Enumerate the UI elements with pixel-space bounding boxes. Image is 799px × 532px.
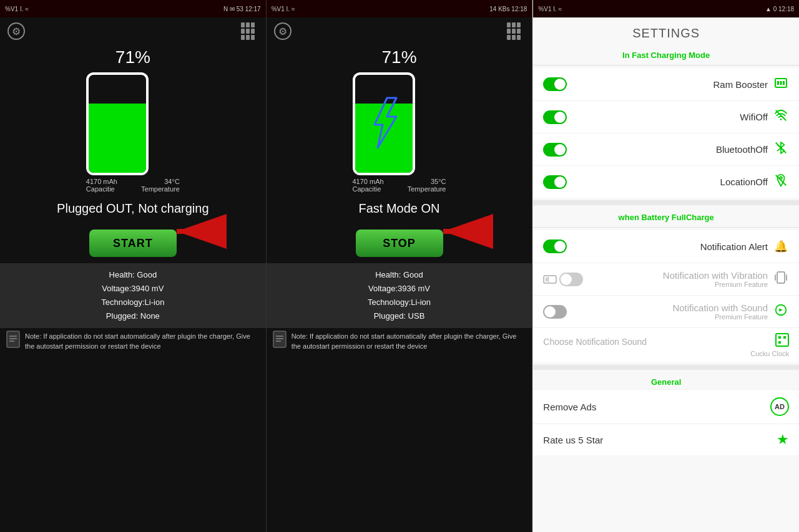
temp-word-2: Temperature [408, 185, 446, 193]
toggle-sound[interactable] [543, 305, 567, 319]
mah-label-2: 4170 mAh [353, 178, 384, 185]
gear-icon-2[interactable]: ⚙ [274, 22, 292, 40]
temp-word-1: Temperature [141, 185, 180, 193]
notification-alert-label: Notification Alert [567, 241, 773, 252]
settings-row-rate[interactable]: Rate us 5 Star ★ [533, 423, 799, 455]
settings-row-notification-vibration: Notification with Vibration Premium Feat… [533, 263, 799, 295]
battery-fill-1 [89, 104, 146, 173]
settings-status-left: %V1 I. ≈ [538, 6, 562, 12]
sound-choice-icon[interactable] [775, 333, 789, 350]
status-bar-2: %V1 I. ≈ 14 KBs 12:18 [267, 0, 532, 17]
vibration-label: Notification with Vibration Premium Feat… [583, 270, 773, 288]
battery-info-1: Health: Good Voltage:3940 mV Technology:… [0, 263, 266, 328]
toggle-notification-alert[interactable] [543, 239, 567, 253]
svg-rect-29 [776, 334, 788, 346]
settings-body: SETTINGS In Fast Charging Mode Ram Boost… [533, 17, 799, 532]
panel-fast-mode: %V1 I. ≈ 14 KBs 12:18 ⚙ 71% [267, 0, 533, 532]
arrow-2 [437, 210, 499, 256]
svg-rect-14 [777, 81, 779, 85]
settings-status-text-right: ▲ 0 12:18 [765, 6, 794, 12]
settings-row-ram-booster: Ram Booster [533, 68, 799, 100]
settings-row-remove-ads[interactable]: Remove Ads AD [533, 389, 799, 423]
settings-row-notification-alert: Notification Alert 🔔 [533, 230, 799, 263]
doc-icon-2 [273, 331, 287, 351]
bluetooth-label: BluetoothOff [567, 144, 773, 155]
divider-1 [533, 65, 799, 65]
fast-charging-section-header: In Fast Charging Mode [533, 46, 799, 62]
svg-rect-32 [778, 341, 781, 344]
svg-rect-16 [783, 81, 785, 85]
start-button[interactable]: START [89, 230, 177, 257]
settings-title: SETTINGS [533, 17, 799, 46]
status-bar-1: %V1 I. ≈ N ✉ 53 12:17 [0, 0, 266, 17]
general-section-header: General [533, 372, 799, 389]
battery-percentage-2: 71% [381, 47, 416, 67]
battery-container-1: 4170 mAh 34°C Capacitie Temperature [86, 72, 180, 193]
ram-booster-icon [773, 76, 789, 93]
settings-panel: %V1 I. ≈ ▲ 0 12:18 SETTINGS In Fast Char… [532, 0, 799, 532]
sound-choice-row: Choose Notification Sound Cucku Clock [533, 327, 799, 362]
status-text-left-1: %V1 I. ≈ [5, 6, 29, 12]
battery-outer-1 [86, 72, 149, 175]
status-right-1: N ✉ 53 12:17 [223, 6, 261, 12]
svg-marker-6 [375, 98, 396, 148]
star-icon: ★ [777, 432, 789, 448]
remove-ads-label: Remove Ads [543, 402, 770, 412]
settings-row-location: LocationOff [533, 165, 799, 198]
wifi-label: WifiOff [567, 112, 773, 122]
gear-icon-1[interactable]: ⚙ [7, 22, 25, 40]
charge-status-2: Fast Mode ON [358, 201, 439, 216]
note-text-2: Note: If application do not start automa… [267, 328, 532, 355]
settings-status-right: ▲ 0 12:18 [765, 6, 794, 12]
settings-row-wifi: WifiOff [533, 100, 799, 133]
sound-choice-top: Choose Notification Sound [543, 333, 789, 350]
status-right-2: 14 KBs 12:18 [489, 6, 527, 12]
panel-body-1: ⚙ 71% 4170 mAh 34°C Capacitie Temperatur… [0, 17, 266, 532]
toggle-ram-booster[interactable] [543, 77, 567, 91]
status-left-2: %V1 I. ≈ [272, 6, 295, 12]
vibration-icon [773, 271, 789, 288]
sound-icon [773, 303, 789, 320]
mah-label-1: 4170 mAh [86, 178, 117, 185]
section-divider-1 [533, 200, 799, 205]
toggle-vibration[interactable] [559, 273, 583, 286]
settings-row-notification-sound: Notification with Sound Premium Feature [533, 295, 799, 327]
lightning-bolt [365, 95, 403, 153]
settings-status-text-left: %V1 I. ≈ [538, 6, 562, 12]
location-label: LocationOff [567, 177, 773, 187]
top-row-1: ⚙ [0, 17, 266, 45]
sound-sublabel: Premium Feature [567, 313, 768, 321]
sound-label: Notification with Sound Premium Feature [567, 302, 773, 321]
top-row-2: ⚙ [267, 17, 532, 45]
svg-rect-25 [777, 272, 785, 283]
arrow-1 [170, 210, 233, 256]
svg-rect-22 [544, 276, 556, 283]
temp-label-1: 34°C [164, 178, 180, 185]
status-left-1: %V1 I. ≈ [5, 6, 29, 12]
status-text-left-2: %V1 I. ≈ [272, 6, 295, 12]
location-icon [773, 173, 789, 190]
battery-info-2: Health: Good Voltage:3936 mV Technology:… [267, 263, 532, 328]
ram-booster-label: Ram Booster [567, 79, 773, 90]
ad-badge: AD [770, 397, 789, 416]
svg-point-17 [780, 118, 782, 120]
toggle-bluetooth[interactable] [543, 143, 567, 157]
svg-rect-15 [780, 81, 782, 85]
cap-label-2: Capacitie [353, 185, 381, 193]
temp-label-2: 35°C [431, 178, 446, 185]
svg-rect-30 [778, 336, 781, 339]
note-text-1: Note: If application do not start automa… [0, 328, 266, 355]
panel-plugged-out: %V1 I. ≈ N ✉ 53 12:17 ⚙ 71% 4170 mAh 34°… [0, 0, 267, 532]
status-text-right-2: 14 KBs 12:18 [489, 6, 527, 12]
stop-button[interactable]: STOP [356, 230, 443, 257]
bluetooth-icon [773, 141, 789, 158]
toggle-location[interactable] [543, 175, 567, 189]
divider-2 [533, 227, 799, 228]
battery-container-2: 4170 mAh 35°C Capacitie Temperature [353, 72, 446, 193]
premium-icon [543, 274, 557, 284]
full-charge-section-header: when Battery FullCharge [533, 208, 799, 225]
toggle-wifi[interactable] [543, 110, 567, 124]
notification-alert-icon: 🔔 [773, 239, 789, 253]
svg-rect-9 [273, 331, 286, 347]
vibration-sublabel: Premium Feature [583, 281, 768, 288]
